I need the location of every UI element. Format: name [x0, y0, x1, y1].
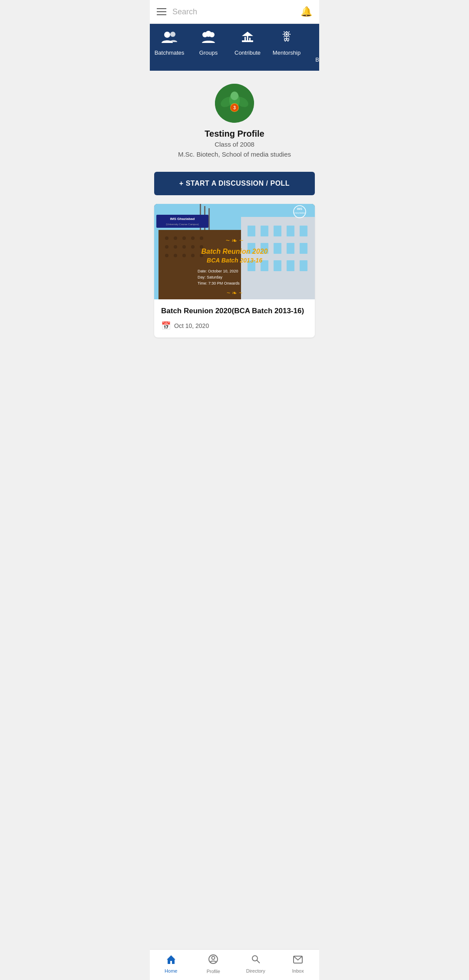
nav-item-invite[interactable]: InviteBatchm. — [306, 31, 319, 63]
svg-point-19 — [286, 33, 288, 36]
svg-rect-49 — [248, 226, 255, 236]
calendar-icon: 📅 — [161, 321, 171, 331]
svg-point-4 — [205, 31, 211, 37]
profile-section: 3 Testing Profile Class of 2008 M.Sc. Bi… — [150, 71, 319, 167]
svg-rect-46 — [191, 254, 195, 257]
svg-rect-57 — [287, 243, 294, 254]
svg-rect-8 — [249, 38, 251, 40]
svg-text:IMS: IMS — [297, 207, 303, 210]
svg-text:Day:     Saturday: Day: Saturday — [198, 275, 223, 279]
feed-card-image: IMS Ghaziabad (University Course Campus)… — [154, 204, 315, 299]
svg-rect-44 — [174, 254, 177, 257]
svg-rect-34 — [174, 236, 177, 240]
svg-text:GHAZIABAD: GHAZIABAD — [294, 212, 306, 214]
svg-rect-37 — [200, 236, 203, 240]
svg-rect-38 — [165, 245, 168, 249]
profile-name: Testing Profile — [205, 129, 264, 139]
svg-rect-6 — [244, 37, 246, 40]
svg-rect-58 — [300, 243, 307, 254]
top-bar-left: Search — [157, 7, 197, 16]
svg-text:Batch Reunion 2020: Batch Reunion 2020 — [201, 248, 268, 255]
mentorship-label: Mentorship — [273, 49, 301, 56]
svg-text:~ ❧ ~: ~ ❧ ~ — [226, 237, 244, 244]
svg-rect-63 — [300, 260, 307, 271]
groups-icon — [201, 31, 216, 46]
svg-rect-61 — [274, 260, 281, 271]
svg-rect-43 — [165, 254, 168, 257]
svg-rect-52 — [287, 226, 294, 236]
svg-line-18 — [289, 36, 290, 37]
invite-label: InviteBatchm. — [315, 49, 319, 63]
svg-rect-51 — [274, 226, 281, 236]
nav-bar: Batchmates Groups Contribute — [150, 24, 319, 71]
svg-marker-9 — [242, 32, 253, 36]
avatar: 3 — [215, 84, 254, 123]
mentorship-icon — [280, 31, 293, 46]
svg-text:IMS Ghaziabad: IMS Ghaziabad — [170, 217, 195, 221]
svg-rect-5 — [242, 40, 253, 42]
feed-card-date-text: Oct 10, 2020 — [174, 322, 209, 329]
feed-card: IMS Ghaziabad (University Course Campus)… — [154, 204, 315, 338]
svg-point-1 — [170, 32, 175, 37]
batchmates-label: Batchmates — [155, 49, 185, 56]
profile-class: Class of 2008 — [215, 141, 254, 148]
svg-line-15 — [284, 32, 285, 33]
svg-line-17 — [284, 36, 285, 37]
svg-rect-33 — [165, 236, 168, 240]
feed-card-date: 📅 Oct 10, 2020 — [161, 321, 308, 331]
search-placeholder[interactable]: Search — [172, 7, 197, 16]
start-discussion-button[interactable]: + START A DISCUSSION / POLL — [154, 172, 315, 195]
svg-text:Date:    October 10, 2020: Date: October 10, 2020 — [198, 269, 238, 273]
svg-rect-40 — [182, 245, 186, 249]
svg-rect-66 — [208, 208, 210, 230]
svg-line-16 — [289, 32, 290, 33]
contribute-label: Contribute — [234, 49, 261, 56]
svg-rect-45 — [182, 254, 186, 257]
svg-text:(University Course Campus): (University Course Campus) — [166, 223, 198, 226]
svg-point-0 — [164, 32, 170, 38]
profile-degree: M.Sc. Biotech, School of media studies — [178, 150, 291, 159]
svg-rect-62 — [287, 260, 294, 271]
feed-card-title: Batch Reunion 2020(BCA Batch 2013-16) — [161, 306, 308, 316]
nav-item-batchmates[interactable]: Batchmates — [150, 31, 189, 56]
nav-item-mentorship[interactable]: Mentorship — [267, 31, 306, 56]
svg-point-27 — [231, 92, 238, 100]
svg-text:Time:   7:30 PM Onwards: Time: 7:30 PM Onwards — [198, 281, 240, 285]
groups-label: Groups — [199, 49, 218, 56]
svg-rect-53 — [300, 226, 307, 236]
svg-rect-36 — [191, 236, 195, 240]
invite-icon — [318, 31, 319, 46]
batchmates-icon — [162, 31, 177, 46]
svg-text:3: 3 — [233, 105, 236, 110]
contribute-icon — [241, 31, 254, 46]
feed-card-body: Batch Reunion 2020(BCA Batch 2013-16) 📅 … — [154, 299, 315, 338]
svg-rect-56 — [274, 243, 281, 254]
svg-text:BCA Batch 2013-16: BCA Batch 2013-16 — [207, 257, 262, 264]
svg-rect-35 — [182, 236, 186, 240]
nav-item-contribute[interactable]: Contribute — [228, 31, 267, 56]
svg-rect-41 — [191, 245, 195, 249]
svg-rect-39 — [174, 245, 177, 249]
top-bar: Search 🔔 — [150, 0, 319, 24]
notification-bell-icon[interactable]: 🔔 — [301, 6, 312, 17]
svg-rect-50 — [261, 226, 268, 236]
svg-text:~ ❧ ~: ~ ❧ ~ — [227, 289, 242, 296]
hamburger-menu[interactable] — [157, 8, 166, 15]
nav-item-groups[interactable]: Groups — [189, 31, 228, 56]
